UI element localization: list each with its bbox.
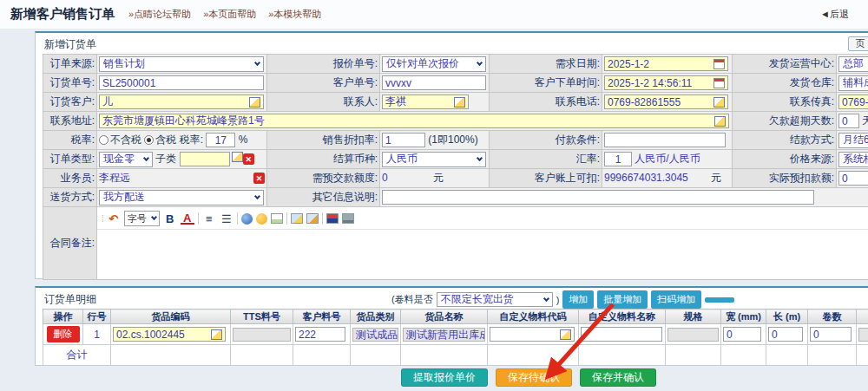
font-color-icon[interactable]: A: [181, 212, 194, 225]
exchange-rate-label: 汇率:: [490, 150, 602, 169]
font-size-select[interactable]: 字号: [124, 211, 160, 226]
phone-input[interactable]: 0769-82861555: [604, 94, 728, 109]
image-icon[interactable]: [291, 213, 303, 224]
line-no: 1: [83, 324, 111, 345]
lookup-picker-icon[interactable]: [714, 116, 726, 127]
toolbar-divider: [237, 212, 238, 225]
settle-method-select[interactable]: 月结6: [838, 133, 868, 148]
delete-row-button[interactable]: 删除: [47, 326, 80, 342]
image-upload-icon[interactable]: [306, 213, 319, 224]
chevron-down-icon: [254, 192, 260, 199]
address-label: 联系地址:: [43, 112, 97, 131]
contract-note-editor[interactable]: ⁞ ↶ 字号 B A ≡ ☰: [97, 209, 868, 278]
save-pending-button[interactable]: 保存待确认: [496, 368, 572, 387]
ship-warehouse-select[interactable]: 辅料成: [838, 75, 868, 91]
lookup-picker-icon[interactable]: [249, 97, 260, 108]
save-confirm-button[interactable]: 保存并确认: [580, 368, 656, 387]
rolls-input[interactable]: 0: [810, 327, 852, 342]
fax-input[interactable]: 0769-: [838, 94, 868, 109]
delivery-select[interactable]: 我方配送: [99, 190, 264, 205]
tax-excluded-radio[interactable]: [99, 135, 108, 145]
length-input[interactable]: 0: [768, 327, 803, 342]
exchange-rate-input[interactable]: 1: [604, 152, 632, 166]
payment-terms-input[interactable]: [604, 133, 726, 147]
order-source-select[interactable]: 销售计划: [99, 56, 264, 72]
undo-icon[interactable]: ↶: [107, 212, 121, 225]
editor-canvas[interactable]: [97, 230, 868, 278]
demand-date-label: 需求日期:: [490, 55, 602, 74]
editor-toolbar: ⁞ ↶ 字号 B A ≡ ☰: [97, 209, 868, 230]
corner-page-button[interactable]: 页: [848, 36, 868, 51]
custom-code-input[interactable]: [490, 327, 575, 342]
customer-label: 订货客户:: [43, 93, 97, 112]
list-icon[interactable]: ☰: [220, 212, 233, 225]
lookup-picker-icon[interactable]: [560, 329, 571, 340]
edit-note-icon[interactable]: [271, 213, 283, 224]
prepay-limit-label: 需预交款额度:: [267, 169, 380, 188]
custom-name-input[interactable]: [581, 327, 662, 342]
customer-no-input[interactable]: vvvxv: [382, 75, 486, 90]
emoji-icon[interactable]: [256, 213, 267, 225]
tax-included-radio[interactable]: [144, 135, 154, 145]
currency-select[interactable]: 人民币: [382, 152, 486, 167]
order-time-input[interactable]: 2025-1-2 14:56:11: [604, 75, 728, 90]
footer-actions: 提取报价单价 保存待确认 保存并确认: [401, 368, 656, 387]
bold-icon[interactable]: B: [163, 212, 177, 225]
module-help-link[interactable]: »本模块帮助: [268, 8, 321, 21]
prepay-limit-unit: 元: [433, 172, 444, 184]
add-row-button[interactable]: 增加: [562, 290, 594, 309]
tax-included-option[interactable]: 含税: [155, 134, 176, 146]
back-link[interactable]: ◄后退: [820, 8, 849, 21]
add-button-clipped[interactable]: [705, 297, 734, 303]
lookup-picker-icon[interactable]: [454, 97, 465, 108]
order-type-select[interactable]: 现金零: [99, 152, 153, 167]
lookup-picker-icon[interactable]: [232, 152, 243, 162]
forum-help-link[interactable]: »点晴论坛帮助: [128, 8, 191, 21]
align-icon[interactable]: ≡: [202, 212, 216, 225]
drag-handle-icon: ⁞: [102, 214, 103, 224]
overdue-days-input[interactable]: 0: [838, 114, 859, 128]
goods-code-input[interactable]: 02.cs.1002445: [113, 327, 226, 342]
contact-input[interactable]: 李祺: [382, 94, 469, 109]
lookup-picker-icon[interactable]: [713, 97, 725, 108]
order-subtype-input[interactable]: [180, 152, 230, 166]
discount-input[interactable]: 1: [382, 133, 425, 147]
toolbar-divider: [322, 212, 323, 225]
tax-rate-input[interactable]: 17: [206, 133, 235, 147]
chevron-down-icon: [477, 154, 483, 160]
address-input[interactable]: 东莞市塘厦镇田心科苑城峰景路1号: [99, 114, 729, 128]
customer-code-input[interactable]: 222: [295, 327, 345, 342]
batch-add-button[interactable]: 批量增加: [597, 290, 648, 309]
price-source-select[interactable]: 系统核: [838, 152, 868, 167]
deductible-label: 客户账上可扣:: [490, 169, 602, 188]
ship-center-select[interactable]: 总部: [838, 56, 868, 72]
clear-icon[interactable]: ✕: [253, 173, 265, 184]
save-disk-icon[interactable]: [342, 213, 354, 224]
toolbar-divider: [198, 212, 199, 225]
order-no-input[interactable]: SL2500001: [99, 75, 264, 90]
quote-no-select[interactable]: 仅针对单次报价: [382, 56, 486, 72]
tax-rate-label: 税率:: [180, 134, 203, 146]
width-input[interactable]: 0: [723, 327, 761, 342]
other-info-input[interactable]: [382, 190, 814, 205]
roll-option-select[interactable]: 不限定长宽出货: [437, 292, 553, 307]
actual-deduct-input[interactable]: 0: [838, 171, 868, 186]
detail-header-row: 操作 行号 货品编码 TTS料号 客户料号 货品类别 货品名称 自定义物料代码 …: [43, 310, 868, 324]
page-help-link[interactable]: »本页面帮助: [203, 8, 256, 21]
tax-excluded-option[interactable]: 不含税: [110, 134, 141, 146]
link-globe-icon[interactable]: [241, 213, 253, 225]
lookup-picker-icon[interactable]: [211, 329, 222, 340]
clipped-readonly: [858, 328, 868, 342]
calendar-icon[interactable]: [713, 59, 725, 69]
settle-method-label: 结款方式:: [733, 131, 837, 150]
fetch-quote-price-button[interactable]: 提取报价单价: [401, 368, 488, 387]
media-icon[interactable]: [326, 213, 339, 224]
scan-add-button[interactable]: 扫码增加: [651, 290, 701, 309]
col-code: 货品编码: [111, 310, 231, 324]
tax-label: 税率:: [43, 131, 97, 150]
clear-icon[interactable]: ✕: [243, 153, 254, 165]
calendar-icon[interactable]: [713, 78, 725, 88]
detail-section-title: 订货单明细: [44, 292, 96, 307]
customer-input[interactable]: 儿: [99, 94, 264, 109]
demand-date-input[interactable]: 2025-1-2: [604, 56, 728, 71]
